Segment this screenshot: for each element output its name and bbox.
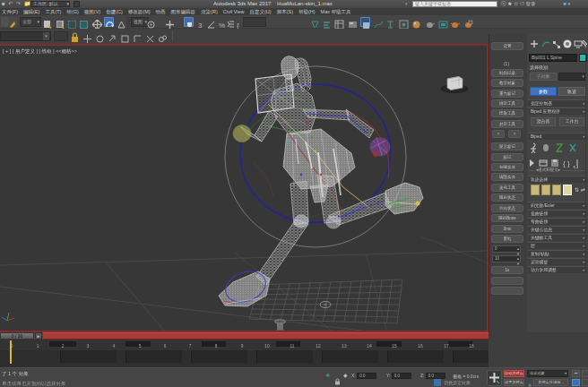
svg-text:{ }: { } [563, 159, 570, 168]
